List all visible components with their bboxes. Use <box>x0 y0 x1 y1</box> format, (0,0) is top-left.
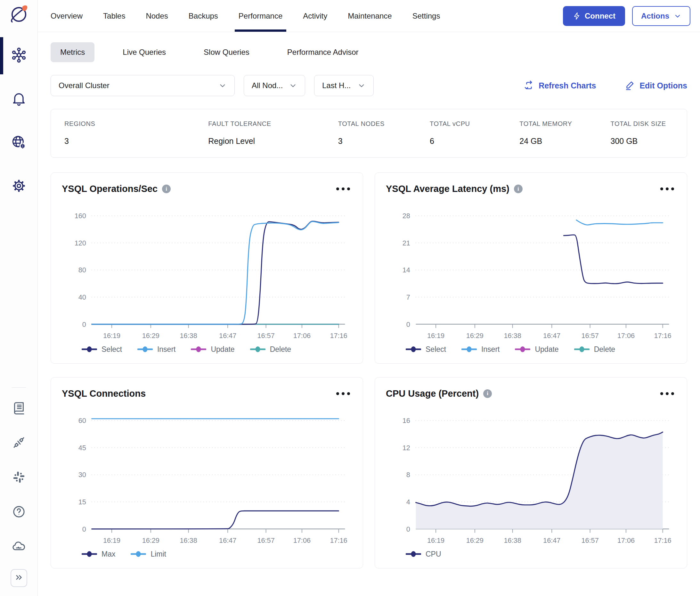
sidebar <box>0 0 38 596</box>
chart-menu-icon[interactable] <box>334 390 352 397</box>
yugabyte-logo[interactable] <box>8 3 30 26</box>
sidebar-item-network[interactable] <box>0 129 37 156</box>
edit-options-link[interactable]: Edit Options <box>625 80 687 91</box>
sidebar-item-docs[interactable] <box>0 396 37 421</box>
performance-subtabs: MetricsLive QueriesSlow QueriesPerforman… <box>38 32 700 62</box>
time-select[interactable]: Last H... <box>314 75 374 96</box>
svg-text:21: 21 <box>403 239 410 247</box>
tabs: OverviewTablesNodesBackupsPerformanceAct… <box>51 0 440 32</box>
tab-tables[interactable]: Tables <box>103 0 125 32</box>
svg-text:16:19: 16:19 <box>427 332 444 340</box>
chevron-down-icon <box>674 12 681 20</box>
app-root: OverviewTablesNodesBackupsPerformanceAct… <box>0 0 700 596</box>
stat-total-memory: TOTAL MEMORY24 GB <box>519 120 610 146</box>
edit-options-label: Edit Options <box>640 81 687 90</box>
chart-plot-2: 01530456016:1916:2916:3816:4716:5717:061… <box>62 401 352 549</box>
svg-text:7: 7 <box>406 293 410 301</box>
chart-menu-icon[interactable] <box>658 390 676 397</box>
tab-settings[interactable]: Settings <box>412 0 440 32</box>
chart-title: YSQL Operations/Sec <box>62 183 158 194</box>
tab-maintenance[interactable]: Maintenance <box>348 0 392 32</box>
stat-value: Region Level <box>208 136 338 146</box>
sidebar-item-help[interactable] <box>0 500 37 525</box>
sidebar-top-nav <box>0 42 37 200</box>
svg-text:16:57: 16:57 <box>581 537 599 544</box>
stat-label: REGIONS <box>64 120 208 127</box>
chart-title: YSQL Average Latency (ms) <box>386 183 510 194</box>
svg-text:16:38: 16:38 <box>180 332 197 340</box>
svg-text:0: 0 <box>406 525 410 533</box>
legend-item-select[interactable]: Select <box>406 345 446 354</box>
slack-icon <box>11 470 26 486</box>
svg-text:17:16: 17:16 <box>654 537 671 544</box>
legend-item-limit[interactable]: Limit <box>131 550 166 558</box>
chart-menu-icon[interactable] <box>334 185 352 192</box>
sidebar-item-clusters[interactable] <box>0 42 37 69</box>
legend-item-update[interactable]: Update <box>515 345 559 354</box>
svg-text:28: 28 <box>403 212 410 220</box>
legend-item-max[interactable]: Max <box>82 550 115 558</box>
connect-button[interactable]: Connect <box>563 6 625 26</box>
tab-activity[interactable]: Activity <box>303 0 327 32</box>
legend-item-delete[interactable]: Delete <box>574 345 615 354</box>
stat-label: TOTAL vCPU <box>430 120 519 127</box>
sidebar-expand-button[interactable] <box>10 569 27 587</box>
legend-item-insert[interactable]: Insert <box>137 345 176 354</box>
svg-text:17:16: 17:16 <box>330 332 347 340</box>
subtab-slow-queries[interactable]: Slow Queries <box>194 42 259 62</box>
topnav-actions: Connect Actions <box>563 6 691 26</box>
legend-item-update[interactable]: Update <box>191 345 234 354</box>
chart-plot-1: 0714212816:1916:2916:3816:4716:5717:0617… <box>386 196 676 345</box>
bell-icon <box>10 90 27 108</box>
sidebar-item-settings[interactable] <box>0 173 37 200</box>
connect-label: Connect <box>585 11 616 21</box>
svg-text:120: 120 <box>75 239 86 247</box>
double-chevron-right-icon <box>14 572 24 584</box>
chart-plot-3: 048121616:1916:2916:3816:4716:5717:0617:… <box>386 401 676 549</box>
legend-item-cpu[interactable]: CPU <box>406 550 441 558</box>
chart-title: YSQL Connections <box>62 388 146 399</box>
svg-text:16:57: 16:57 <box>581 332 599 340</box>
svg-text:0: 0 <box>82 525 86 533</box>
chart-card-ysql-average-latency-ms-: YSQL Average Latency (ms)i0714212816:191… <box>375 172 687 364</box>
subtab-performance-advisor[interactable]: Performance Advisor <box>278 42 368 62</box>
chart-menu-icon[interactable] <box>658 185 676 192</box>
gear-icon <box>10 177 27 196</box>
svg-text:16: 16 <box>403 417 410 425</box>
legend-item-select[interactable]: Select <box>82 345 122 354</box>
stat-label: TOTAL DISK SIZE <box>610 120 687 127</box>
info-icon[interactable]: i <box>162 184 171 193</box>
tab-backups[interactable]: Backups <box>189 0 218 32</box>
info-icon[interactable]: i <box>483 389 492 398</box>
sidebar-item-cloud-status[interactable] <box>0 535 37 560</box>
sidebar-item-alerts[interactable] <box>0 86 37 113</box>
chevron-down-icon <box>289 81 297 90</box>
chart-card-cpu-usage-percent-: CPU Usage (Percent)i048121616:1916:2916:… <box>375 377 687 568</box>
tab-nodes[interactable]: Nodes <box>146 0 168 32</box>
tab-overview[interactable]: Overview <box>51 0 83 32</box>
stat-value: 6 <box>430 136 519 146</box>
svg-text:14: 14 <box>403 266 410 274</box>
info-icon[interactable]: i <box>514 184 523 193</box>
sidebar-item-slack[interactable] <box>0 465 37 490</box>
actions-button[interactable]: Actions <box>632 6 691 26</box>
chart-plot-0: 0408012016016:1916:2916:3816:4716:5717:0… <box>62 196 352 345</box>
legend-item-delete[interactable]: Delete <box>250 345 291 354</box>
legend-item-insert[interactable]: Insert <box>462 345 500 354</box>
node-select[interactable]: All Nod... <box>244 75 305 96</box>
subtab-live-queries[interactable]: Live Queries <box>113 42 176 62</box>
filter-bar: Overall ClusterAll Nod...Last H... Refre… <box>38 62 700 96</box>
svg-text:17:06: 17:06 <box>293 537 311 544</box>
stat-total-nodes: TOTAL NODES3 <box>338 120 430 146</box>
cluster-tab-bar: OverviewTablesNodesBackupsPerformanceAct… <box>38 0 700 32</box>
chevron-down-icon <box>357 81 366 90</box>
refresh-charts-link[interactable]: Refresh Charts <box>524 80 596 91</box>
sidebar-item-integrations[interactable] <box>0 431 37 456</box>
subtab-metrics[interactable]: Metrics <box>51 42 95 62</box>
tab-performance[interactable]: Performance <box>238 0 282 32</box>
svg-text:16:29: 16:29 <box>466 537 484 544</box>
cluster-select[interactable]: Overall Cluster <box>51 75 235 96</box>
svg-text:30: 30 <box>78 471 86 479</box>
svg-text:4: 4 <box>406 498 410 506</box>
refresh-charts-label: Refresh Charts <box>539 81 596 90</box>
